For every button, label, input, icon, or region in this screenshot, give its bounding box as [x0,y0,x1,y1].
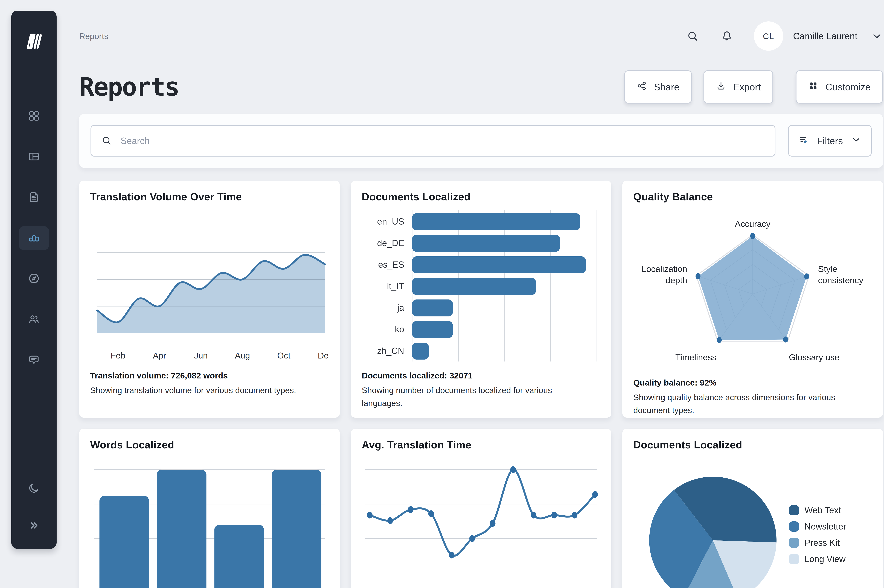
svg-text:Glossary use: Glossary use [789,352,839,362]
reports-grid: Translation Volume Over Time FebAprJunAu… [79,181,883,588]
card-documents-localized-bars: Documents Localized en_USde_DEes_ESit_IT… [351,181,611,418]
download-icon [716,81,726,93]
search-filter-bar: Search Filters [79,114,883,168]
svg-text:Localization: Localization [642,264,687,274]
line-chart-avg-translation-time [362,457,600,588]
dark-mode-toggle[interactable] [19,478,49,499]
card-title: Documents Localized [362,191,600,203]
svg-text:ja: ja [397,303,404,313]
radar-chart-quality-balance: AccuracyStyleconsistencyGlossary useTime… [633,209,872,372]
card-caption: Quality balance: 92% Showing quality bal… [633,378,872,417]
sidebar-nav [19,104,49,372]
document-icon [28,191,40,204]
card-words-localized: Words Localized [79,429,340,588]
chevron-down-icon[interactable] [871,30,883,42]
moon-icon [28,482,40,495]
card-title: Avg. Translation Time [362,439,600,451]
sidebar-item-dashboard[interactable] [19,104,49,128]
sidebar-item-reports[interactable] [19,226,49,250]
svg-text:Web Text: Web Text [804,506,841,515]
bar-chart-words-localized [90,457,329,588]
avatar-initials: CL [763,31,774,41]
page-title: Reports [79,74,179,99]
sidebar-bottom [19,478,49,536]
app-logo-icon [22,32,46,51]
card-translation-volume: Translation Volume Over Time FebAprJunAu… [79,181,340,418]
svg-text:Feb: Feb [111,351,125,360]
hbar-chart-documents-localized: en_USde_DEes_ESit_ITjakozh_CN [362,209,600,364]
title-row: Reports Share Export [79,70,883,104]
svg-text:Newsletter: Newsletter [804,522,846,531]
sidebar-collapse-button[interactable] [19,515,49,536]
double-chevron-right-icon [28,520,40,532]
svg-text:Oct: Oct [277,351,290,360]
avatar[interactable]: CL [754,21,783,51]
svg-text:Long View: Long View [804,554,846,564]
card-title: Words Localized [90,439,329,451]
breadcrumb[interactable]: Reports [79,31,108,41]
card-caption: Translation volume: 726,082 words Showin… [90,370,329,397]
notifications-bell-icon[interactable] [721,30,733,42]
search-input[interactable]: Search [90,125,776,156]
export-button-label: Export [733,81,761,92]
topbar-actions: CL Camille Laurent [687,21,883,51]
share-button-label: Share [654,81,680,92]
filters-button-label: Filters [817,135,843,146]
topbar: Reports CL Camille Laurent [79,21,883,51]
svg-text:es_ES: es_ES [378,260,404,270]
caption-description: Showing translation volume for various d… [90,384,310,397]
card-title: Documents Localized [633,439,872,451]
card-documents-localized-pie: Documents Localized Web TextNewsletterPr… [622,429,883,588]
caption-value: Translation volume: 726,082 words [90,370,329,380]
caption-description: Showing quality balance across dimension… [633,391,852,417]
sidebar-item-documents[interactable] [19,186,49,210]
svg-text:zh_CN: zh_CN [377,346,404,356]
customize-button[interactable]: Customize [796,70,883,104]
pie-chart-documents-localized: Web TextNewsletterPress KitLong View [633,457,872,588]
compass-icon [28,273,40,285]
filters-button[interactable]: Filters [788,125,872,156]
caption-value: Documents localized: 32071 [362,370,600,380]
svg-text:depth: depth [666,276,687,285]
svg-text:Accuracy: Accuracy [735,219,770,229]
svg-text:Press Kit: Press Kit [804,538,840,548]
svg-text:de_DE: de_DE [377,238,404,248]
svg-text:it_IT: it_IT [387,281,404,291]
sidebar-item-messages[interactable] [19,348,49,372]
main-content: Reports CL Camille Laurent [79,0,883,588]
search-placeholder: Search [120,135,150,146]
grid-2x2-icon [808,81,818,93]
card-title: Quality Balance [633,191,872,203]
sidebar-item-explore[interactable] [19,267,49,291]
sidebar-item-boards[interactable] [19,145,49,169]
card-title: Translation Volume Over Time [90,191,329,203]
svg-text:Jun: Jun [194,351,208,360]
table-icon [28,151,40,163]
search-icon[interactable] [687,30,698,42]
bar-chart-icon [28,232,40,244]
users-icon [28,313,40,326]
grid-icon [28,110,40,123]
search-icon [101,135,112,146]
svg-text:Apr: Apr [153,351,166,360]
caption-description: Showing number of documents localized fo… [362,384,581,410]
share-button[interactable]: Share [624,70,692,104]
svg-text:en_US: en_US [377,217,404,226]
customize-button-label: Customize [825,81,870,92]
user-name: Camille Laurent [793,31,857,41]
share-icon [637,81,647,93]
svg-text:Dec: Dec [318,351,329,360]
svg-text:consistency: consistency [818,276,863,285]
svg-text:Aug: Aug [235,351,250,360]
export-button[interactable]: Export [704,70,773,104]
filter-lines-icon [798,135,809,147]
sidebar [11,10,57,549]
chevron-down-icon [851,135,861,147]
card-avg-translation-time: Avg. Translation Time [351,429,611,588]
svg-text:Timeliness: Timeliness [675,352,716,362]
sidebar-item-team[interactable] [19,308,49,332]
page-actions: Share Export Customize [624,70,883,104]
chat-icon [28,354,40,366]
card-quality-balance: Quality Balance AccuracyStyleconsistency… [622,181,883,418]
svg-text:Style: Style [818,264,837,274]
